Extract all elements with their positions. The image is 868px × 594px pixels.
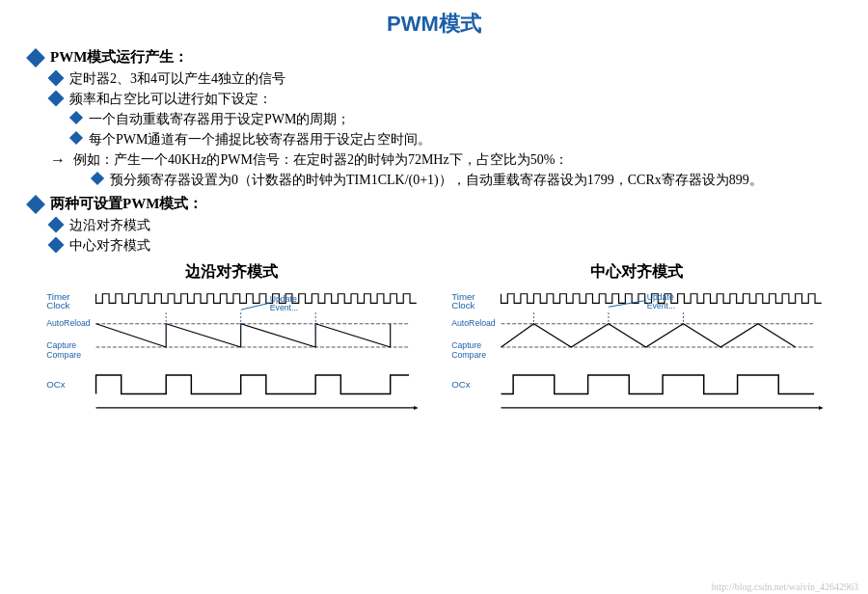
diagram-center-svg: Timer Clock AutoReload Capture Compare O… [444,286,829,436]
bullet-icon-2 [48,91,65,107]
sub-sub-bullet-icon-1 [91,172,104,185]
sub-bullet-icon-1 [69,111,83,124]
diagram-title-2: 中心对齐模式 [444,262,829,283]
bullet-icon-4 [48,237,65,254]
svg-marker-15 [414,406,419,410]
svg-text:OCx: OCx [46,379,66,390]
diagram-edge-svg: Timer Clock AutoReload Capture Compare O… [39,286,424,436]
svg-line-11 [241,303,269,310]
svg-text:Compare: Compare [46,350,81,360]
svg-marker-31 [819,406,824,410]
svg-text:Update: Update [270,294,297,304]
diagram-center-aligned: 中心对齐模式 Timer Clock AutoReload Capture Co… [434,262,839,440]
section-header-1: PWM模式运行产生： [29,48,839,67]
svg-text:Event...: Event... [270,303,299,312]
bullet-item-3: 边沿对齐模式 [50,217,839,234]
svg-text:AutoReload: AutoReload [451,318,496,328]
svg-text:AutoReload: AutoReload [46,318,91,328]
svg-text:Clock: Clock [46,300,69,310]
sub-bullet-icon-2 [69,131,83,145]
sub-sub-bullet-item-1: 预分频寄存器设置为0（计数器的时钟为TIM1CLK/(0+1)），自动重载寄存器… [93,172,839,189]
svg-text:Capture: Capture [46,340,76,350]
section-header-2: 两种可设置PWM模式： [29,195,839,213]
svg-text:Capture: Capture [451,340,481,350]
page-title: PWM模式 [29,10,839,39]
sub-bullet-item-2: 每个PWM通道有一个捕捉比较寄存器用于设定占空时间。 [71,131,839,148]
svg-text:Clock: Clock [451,300,475,310]
diamond-icon-1 [26,48,45,68]
watermark: http://blog.csdn.net/waivin_42642963 [712,581,858,592]
diagram-title-1: 边沿对齐模式 [39,262,424,283]
svg-text:Update: Update [647,292,674,302]
sub-bullet-item-1: 一个自动重载寄存器用于设定PWM的周期； [71,111,839,128]
page: PWM模式 PWM模式运行产生： 定时器2、3和4可以产生4独立的信号 频率和占… [0,0,868,594]
diagrams-row: 边沿对齐模式 Timer Clock AutoReload Capture Co… [29,262,839,440]
svg-text:OCx: OCx [451,379,471,390]
bullet-item-4: 中心对齐模式 [50,237,839,255]
svg-text:Event...: Event... [647,301,676,310]
diamond-icon-2 [26,195,45,214]
svg-line-27 [609,301,646,308]
bullet-item-2: 频率和占空比可以进行如下设定： [50,91,839,108]
svg-text:Compare: Compare [451,350,486,360]
arrow-item-1: → 例如：产生一个40KHz的PWM信号：在定时器2的时钟为72MHz下，占空比… [50,151,839,169]
diagram-edge-aligned: 边沿对齐模式 Timer Clock AutoReload Capture Co… [29,262,434,440]
bullet-item-1: 定时器2、3和4可以产生4独立的信号 [50,70,839,88]
bullet-icon-1 [48,70,65,87]
bullet-icon-3 [48,217,65,233]
arrow-icon-1: → [50,151,66,169]
